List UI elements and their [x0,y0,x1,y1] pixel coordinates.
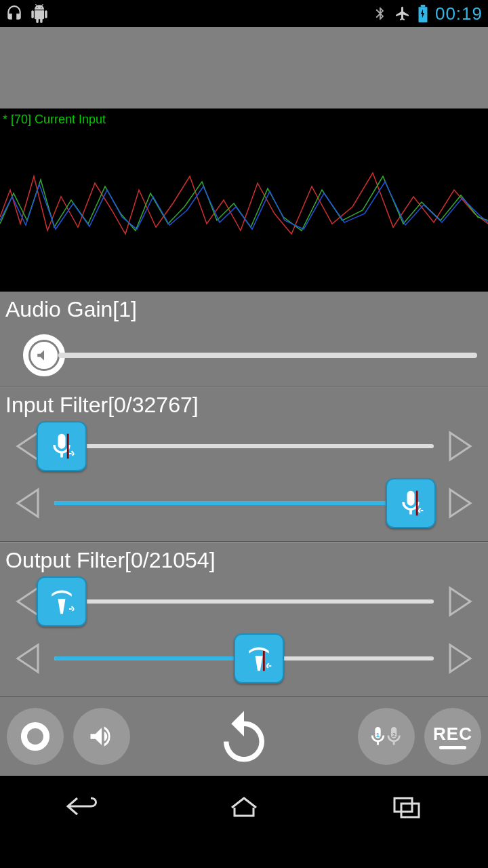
audio-gain-label: Audio Gain[1] [5,297,483,322]
input-filter-section: Input Filter[0/32767] [0,387,488,542]
audio-gain-slider-track[interactable] [58,353,477,358]
record-label: REC [433,724,472,745]
monitor-button[interactable] [7,708,64,765]
output-filter-section: Output Filter[0/21054] [0,542,488,697]
clock: 00:19 [435,3,483,24]
record-underline-icon [439,746,466,749]
input-low-slider[interactable] [54,444,434,448]
waveform-label: * [70] Current Input [3,113,106,127]
back-button[interactable] [54,789,108,823]
svg-text:2: 2 [392,731,396,738]
svg-rect-8 [394,798,412,812]
output-filter-high-row [5,630,483,687]
top-spacer [0,27,488,108]
toolbar: 1 2 REC [0,697,488,776]
audio-gain-section: Audio Gain[1] [0,292,488,387]
input-filter-label: Input Filter[0/32767] [5,393,483,418]
battery-charging-icon [418,5,428,22]
svg-rect-9 [401,804,419,817]
headphones-icon [5,5,23,22]
home-button[interactable] [217,789,271,823]
output-filter-low-row [5,573,483,630]
recents-button[interactable] [380,789,434,823]
nav-bar [0,776,488,837]
reset-button[interactable] [186,703,302,770]
bluetooth-icon [373,6,388,21]
input-filter-high-row [5,475,483,532]
input-filter-low-row [5,418,483,475]
output-high-decrement-button[interactable] [9,637,46,680]
output-filter-label: Output Filter[0/21054] [5,548,483,573]
input-high-thumb[interactable] [386,478,436,528]
speaker-button[interactable] [73,708,130,765]
output-low-slider[interactable] [54,599,434,604]
input-low-increment-button[interactable] [442,425,479,468]
airplane-icon [394,5,411,22]
mic-toggle-button[interactable]: 1 2 [358,708,415,765]
output-low-increment-button[interactable] [442,580,479,623]
svg-text:1: 1 [376,731,380,738]
output-high-increment-button[interactable] [442,637,479,680]
record-button[interactable]: REC [424,708,481,765]
input-high-slider[interactable] [54,501,434,505]
input-high-decrement-button[interactable] [9,481,46,525]
svg-rect-1 [421,5,426,7]
output-low-thumb[interactable] [37,576,87,627]
input-high-increment-button[interactable] [442,481,479,525]
status-bar: 00:19 [0,0,488,27]
android-icon [30,4,49,23]
input-low-thumb[interactable] [37,421,87,471]
svg-point-5 [24,726,47,748]
output-high-slider[interactable] [54,656,434,660]
waveform-display: * [70] Current Input [0,108,488,292]
output-high-thumb[interactable] [234,633,284,684]
